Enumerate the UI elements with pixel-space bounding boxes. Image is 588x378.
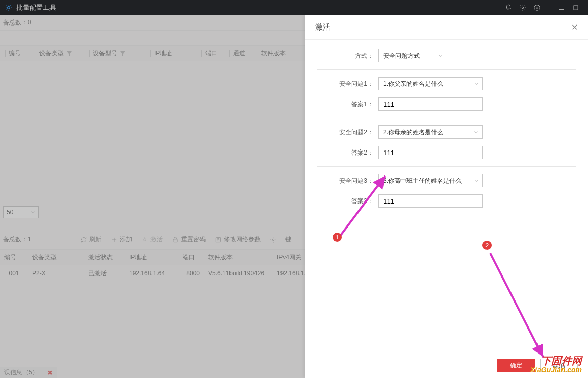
answer3-label: 答案3： [317, 197, 378, 206]
svg-point-10 [272, 239, 274, 241]
activation-panel: 激活 ✕ 方式： 安全问题方式 安全问题1： 1.你父亲的姓名是什么 答案1： [305, 15, 588, 378]
col-channel: 通道 [233, 49, 245, 58]
col-id: 编号 [9, 49, 21, 58]
page-size-value: 50 [7, 209, 13, 216]
question3-select[interactable]: 3.你高中班主任的姓名是什么 [378, 174, 483, 187]
chevron-down-icon [474, 179, 478, 183]
filter-icon[interactable] [67, 51, 72, 56]
app-logo-icon [5, 4, 12, 11]
net-params-button[interactable]: 修改网络参数 [215, 235, 261, 244]
svg-point-0 [522, 7, 524, 9]
col-ip: IP地址 [154, 49, 172, 58]
error-info[interactable]: 误信息（5） [4, 368, 38, 377]
panel-footer: 确定 取消 [305, 352, 588, 378]
panel-title: 激活 [315, 22, 330, 32]
panel-body: 方式： 安全问题方式 安全问题1： 1.你父亲的姓名是什么 答案1： 安全问题2… [305, 40, 588, 352]
method-label: 方式： [317, 52, 378, 60]
cancel-button[interactable]: 取消 [540, 359, 578, 372]
col-version: 软件版本 [261, 49, 286, 58]
question2-label: 安全问题2： [317, 128, 378, 137]
question1-label: 安全问题1： [317, 80, 378, 88]
close-button[interactable]: ✕ [571, 22, 578, 32]
chevron-down-icon [439, 54, 443, 58]
chevron-down-icon [474, 130, 478, 134]
svg-rect-8 [173, 239, 177, 242]
chevron-down-icon [31, 210, 35, 214]
lower-add-button[interactable]: 添加 [111, 235, 132, 244]
lower-refresh-button[interactable]: 刷新 [80, 235, 101, 244]
col-devmodel: 设备型号 [93, 49, 117, 58]
settings-button[interactable] [516, 1, 530, 15]
question3-label: 安全问题3： [317, 177, 378, 185]
notifications-button[interactable] [501, 1, 516, 15]
one-key-button[interactable]: 一键 [270, 235, 291, 244]
minimize-button[interactable] [554, 1, 569, 15]
titlebar: 批量配置工具 [0, 0, 588, 15]
method-value: 安全问题方式 [383, 52, 420, 60]
annotation-bubble-2: 2 [482, 241, 492, 250]
method-select[interactable]: 安全问题方式 [378, 49, 447, 62]
filter-icon[interactable] [120, 51, 125, 56]
svg-point-7 [143, 238, 146, 241]
pin-icon[interactable]: ✖ [47, 369, 53, 376]
answer1-input[interactable] [378, 97, 483, 111]
annotation-bubble-1: 1 [333, 233, 342, 242]
svg-rect-2 [574, 6, 578, 10]
answer2-label: 答案2： [317, 148, 378, 157]
chevron-down-icon [474, 82, 478, 86]
panel-header: 激活 ✕ [305, 15, 588, 40]
reset-password-button[interactable]: 重置密码 [172, 235, 206, 244]
info-button[interactable] [530, 1, 544, 15]
app-title: 批量配置工具 [16, 3, 56, 12]
question1-select[interactable]: 1.你父亲的姓名是什么 [378, 77, 483, 90]
col-port: 端口 [205, 49, 217, 58]
maximize-button[interactable] [569, 1, 583, 15]
status-bar: 误信息（5） ✖ [0, 367, 57, 378]
confirm-button[interactable]: 确定 [497, 359, 535, 372]
answer2-input[interactable] [378, 146, 483, 159]
lower-activate-button[interactable]: 激活 [141, 235, 163, 244]
page-size-select[interactable]: 50 [3, 206, 39, 218]
lower-device-count: 备总数：1 [3, 235, 31, 244]
col-devtype: 设备类型 [39, 49, 64, 58]
question2-select[interactable]: 2.你母亲的姓名是什么 [378, 125, 483, 139]
upper-device-count: 备总数：0 [3, 18, 31, 27]
answer3-input[interactable] [378, 194, 483, 208]
answer1-label: 答案1： [317, 100, 378, 109]
